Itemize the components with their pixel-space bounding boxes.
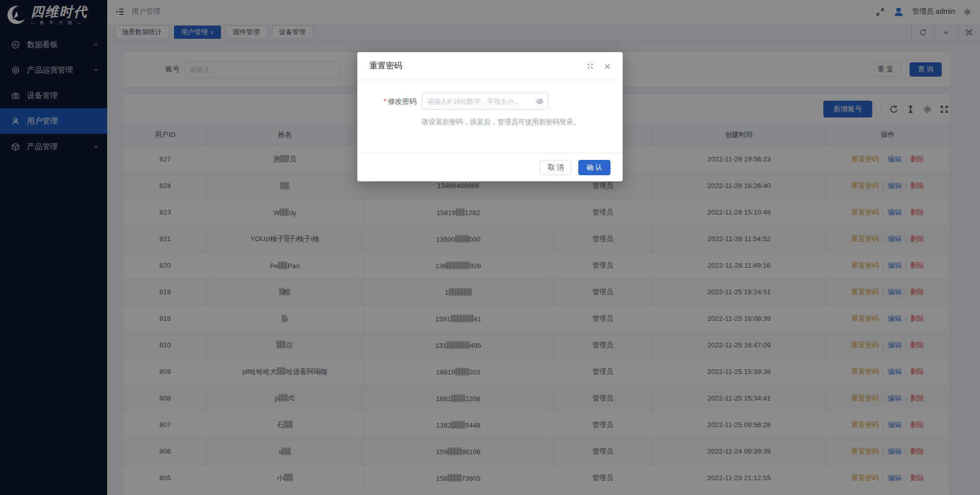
confirm-button[interactable]: 确 认 [578,160,610,175]
cancel-button[interactable]: 取 消 [540,160,572,175]
reset-password-dialog: 重置密码 × *修改密码 请设置新密码，设置后，管理员可使用新密码登录。 取 消 [357,52,623,181]
password-hint-text: 请设置新密码，设置后，管理员可使用新密码登录。 [422,117,610,127]
new-password-input[interactable] [422,93,548,110]
required-star: * [384,97,386,105]
app-window: 四维时代 — 数 字 万 物 — 数据看板产品运营管理设备管理用户管理产品管理 … [0,0,980,495]
password-field-label: *修改密码 [370,97,422,106]
dialog-close-icon[interactable]: × [604,62,610,70]
dialog-fullscreen-icon[interactable] [586,62,594,70]
eye-slash-icon[interactable] [535,97,544,106]
dialog-title: 重置密码 [370,61,576,72]
